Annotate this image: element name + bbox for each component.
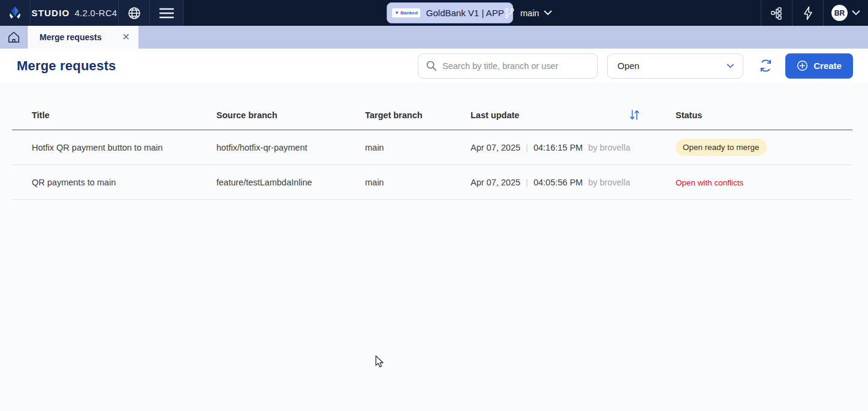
kb-chip-label: Banked — [400, 10, 418, 16]
user-menu[interactable]: BR — [824, 0, 868, 26]
mr-time: 04:16:15 PM — [534, 143, 583, 152]
tab-label: Merge requests — [40, 32, 101, 42]
language-button[interactable] — [119, 0, 149, 26]
tab-merge-requests[interactable]: Merge requests ✕ — [28, 26, 138, 49]
quick-actions-button[interactable] — [792, 0, 823, 26]
app-version: 4.2.0-RC4 — [74, 8, 117, 18]
chevron-down-icon — [852, 10, 860, 16]
branch-name: main — [520, 8, 539, 18]
page-header: Merge requests Open Create — [0, 49, 868, 83]
mouse-cursor — [375, 355, 385, 371]
col-target-branch: Target branch — [365, 110, 471, 120]
status-filter-select[interactable]: Open — [607, 53, 743, 79]
studio-logo-icon — [7, 5, 23, 21]
knowledge-base-badge[interactable]: ▼ Banked GoldBank V1 | APP — [387, 2, 513, 23]
date-time-separator: | — [526, 142, 528, 152]
chevron-down-icon — [727, 64, 734, 68]
mr-last-update: Apr 07, 2025 | 04:05:56 PM by brovella — [471, 177, 628, 187]
col-status: Status — [664, 110, 852, 120]
mr-source-branch: feature/testLambdaInline — [216, 178, 365, 187]
chevron-down-icon — [544, 10, 552, 16]
mr-time: 04:05:56 PM — [534, 178, 583, 187]
home-icon — [7, 31, 20, 44]
top-bar: STUDIO 4.2.0-RC4 ▼ Banked GoldBank V1 | … — [0, 0, 868, 26]
main-menu-button[interactable] — [150, 0, 183, 26]
hamburger-menu-icon — [159, 8, 174, 19]
col-last-update: Last update — [471, 110, 628, 120]
mr-target-branch: main — [365, 143, 471, 152]
globe-icon — [127, 6, 141, 20]
kb-chip: ▼ Banked — [392, 8, 420, 17]
create-button-label: Create — [813, 61, 842, 71]
mr-target-branch: main — [365, 178, 471, 187]
status-badge: Open ready to merge — [676, 139, 767, 156]
refresh-icon — [759, 59, 773, 73]
avatar: BR — [831, 5, 848, 21]
mr-last-update: Apr 07, 2025 | 04:16:15 PM by brovella — [471, 142, 628, 152]
branch-selector[interactable]: main — [504, 0, 552, 26]
sort-last-update-button[interactable] — [628, 109, 664, 121]
table-header-row: Title Source branch Target branch Last u… — [12, 100, 852, 130]
mr-source-branch: hotfix/hotfix-qr-payment — [216, 143, 365, 152]
search-box[interactable] — [418, 53, 598, 79]
search-input[interactable] — [442, 61, 590, 71]
date-time-separator: | — [526, 177, 528, 187]
table-row[interactable]: Hotfix QR payment button to main hotfix/… — [12, 130, 852, 165]
mr-author: by brovella — [588, 143, 630, 152]
org-chart-icon — [770, 6, 784, 20]
status-text: Open with conflicts — [676, 178, 743, 187]
app-name: STUDIO — [32, 8, 70, 18]
page-title: Merge requests — [17, 58, 116, 74]
mr-title[interactable]: Hotfix QR payment button to main — [32, 143, 216, 152]
mr-date: Apr 07, 2025 — [471, 178, 520, 187]
plus-circle-icon — [797, 60, 808, 71]
kb-chip-logo-icon: ▼ — [394, 11, 399, 16]
tab-bar: Merge requests ✕ — [0, 26, 868, 49]
merge-requests-table: Title Source branch Target branch Last u… — [12, 100, 852, 200]
close-tab-icon[interactable]: ✕ — [122, 32, 130, 42]
col-title: Title — [32, 110, 216, 120]
home-tab[interactable] — [0, 26, 28, 49]
col-source-branch: Source branch — [216, 110, 365, 120]
app-logo[interactable] — [0, 0, 30, 26]
filter-selected-value: Open — [617, 61, 640, 71]
modules-button[interactable] — [761, 0, 792, 26]
refresh-button[interactable] — [759, 59, 773, 73]
sort-arrows-icon — [628, 109, 641, 121]
lightning-icon — [802, 6, 814, 20]
mr-date: Apr 07, 2025 — [471, 143, 520, 152]
mr-title[interactable]: QR payments to main — [32, 178, 216, 187]
app-title: STUDIO 4.2.0-RC4 — [31, 0, 118, 26]
git-branch-icon — [504, 7, 516, 19]
table-row[interactable]: QR payments to main feature/testLambdaIn… — [12, 165, 852, 200]
kb-name: GoldBank V1 | APP — [426, 8, 504, 18]
search-icon — [426, 60, 437, 71]
create-button[interactable]: Create — [785, 53, 853, 79]
mr-author: by brovella — [588, 178, 630, 187]
